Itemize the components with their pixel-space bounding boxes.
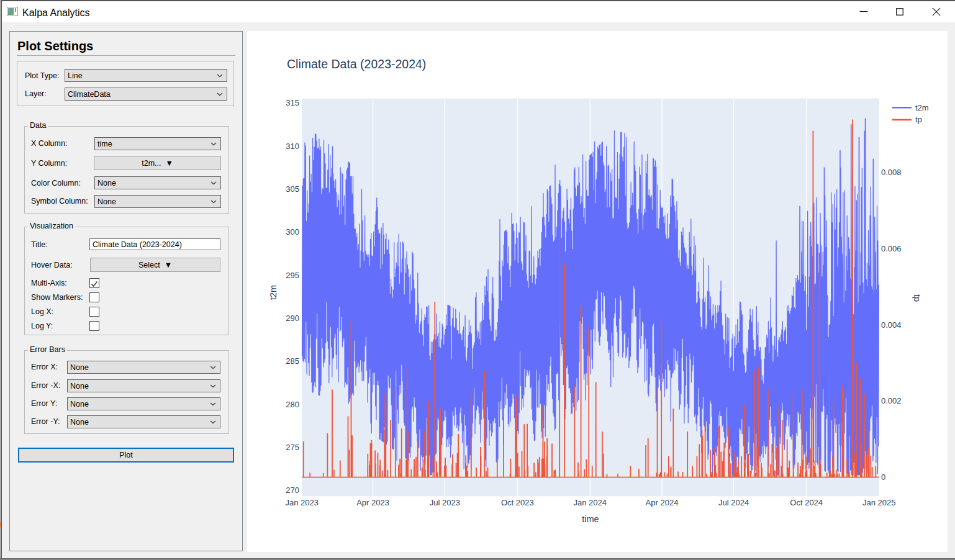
svg-text:0.006: 0.006 [881, 244, 902, 253]
svg-text:tp: tp [915, 115, 922, 124]
svg-text:275: 275 [286, 443, 299, 452]
svg-text:Jul 2024: Jul 2024 [718, 498, 749, 507]
svg-text:Oct 2024: Oct 2024 [790, 498, 823, 507]
svg-text:Apr 2023: Apr 2023 [356, 498, 389, 507]
svg-text:Climate Data (2023-2024): Climate Data (2023-2024) [287, 57, 426, 71]
svg-text:310: 310 [286, 142, 299, 151]
svg-text:Jan 2024: Jan 2024 [574, 498, 607, 507]
svg-text:300: 300 [286, 227, 299, 237]
svg-text:270: 270 [286, 485, 299, 495]
svg-text:t2m: t2m [268, 285, 278, 300]
svg-text:Oct 2023: Oct 2023 [501, 498, 534, 507]
svg-text:Apr 2024: Apr 2024 [646, 498, 679, 507]
svg-text:tp: tp [912, 294, 922, 302]
svg-text:0.004: 0.004 [881, 320, 902, 330]
svg-text:Jan 2023: Jan 2023 [285, 498, 319, 507]
svg-text:t2m: t2m [915, 103, 929, 112]
svg-text:305: 305 [286, 184, 299, 194]
svg-text:time: time [582, 514, 599, 524]
svg-text:Jul 2023: Jul 2023 [430, 498, 460, 507]
svg-text:315: 315 [286, 98, 299, 107]
svg-text:295: 295 [286, 271, 299, 280]
svg-text:290: 290 [286, 314, 299, 323]
svg-text:285: 285 [286, 356, 299, 366]
svg-text:0.008: 0.008 [881, 168, 902, 177]
svg-text:0.002: 0.002 [881, 396, 902, 405]
svg-text:0: 0 [881, 472, 885, 482]
svg-text:280: 280 [286, 400, 299, 409]
svg-text:Jan 2025: Jan 2025 [862, 498, 896, 507]
